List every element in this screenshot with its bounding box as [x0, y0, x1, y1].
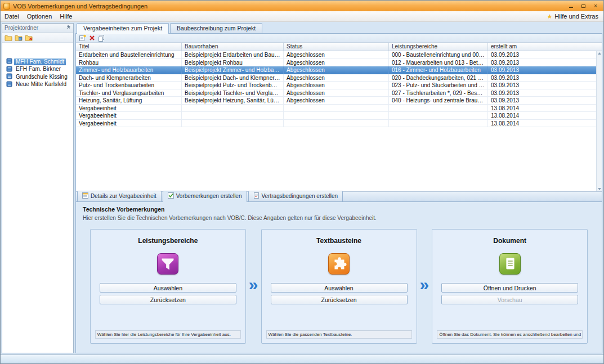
- card-footer-text: Wählen Sie hier die Leistungsbereiche fü…: [95, 330, 241, 339]
- cell-erstellt-am: 03.09.2013: [488, 82, 602, 89]
- document-icon: [499, 253, 521, 275]
- project-label: Neue Mitte Karlsfeld: [14, 81, 68, 88]
- table-row[interactable]: Heizung, Sanitär, Lüftung Beispielprojek…: [76, 97, 602, 105]
- cell-status: Abgeschlossen: [284, 97, 389, 105]
- card-dokument: Dokument Öffnen und Drucken Vorschau Öff…: [432, 229, 588, 344]
- star-icon: ★: [547, 13, 552, 20]
- cell-status: Abgeschlossen: [284, 89, 389, 97]
- tab-details-vergabeeinheit[interactable]: Details zur Vergabeeinheit: [77, 191, 162, 201]
- column-header-status[interactable]: Status: [284, 43, 389, 51]
- cell-status: Abgeschlossen: [284, 82, 389, 89]
- cell-titel: Vergabeeinheit: [76, 120, 182, 128]
- project-icon: [6, 66, 12, 73]
- auswaehlen-button[interactable]: Auswählen: [271, 283, 408, 293]
- table-row[interactable]: Putz- und Trockenbauarbeiten Beispielpro…: [76, 82, 602, 89]
- tab-label: Vertragsbedingungen erstellen: [262, 193, 338, 199]
- tree-item-project[interactable]: EFH Fam. Birkner: [2, 66, 73, 73]
- card-footer-text: Öffnen Sie das Dokument. Sie können es a…: [437, 330, 583, 339]
- table-row[interactable]: Erdarbeiten und Baustelleneinrichtung Be…: [76, 51, 602, 59]
- column-header-bauvorhaben[interactable]: Bauvorhaben: [182, 43, 284, 51]
- cell-leistungsbereiche: 000 - Baustelleneinrichtung und 002 - Er…: [389, 51, 488, 59]
- restore-button[interactable]: [578, 2, 588, 10]
- help-extras-button[interactable]: ★ Hilfe und Extras: [547, 13, 603, 20]
- cell-erstellt-am: 03.09.2013: [488, 59, 602, 67]
- status-bar: [1, 354, 603, 363]
- cell-status: [284, 112, 389, 120]
- cell-status: [284, 120, 389, 128]
- chevron-right-icon: »: [417, 276, 432, 296]
- oeffnen-und-drucken-button[interactable]: Öffnen und Drucken: [441, 283, 578, 293]
- scroll-up-icon[interactable]: [598, 52, 601, 55]
- tab-baubeschreibung[interactable]: Baubeschreibung zum Projekt: [170, 23, 262, 33]
- tree-item-project[interactable]: Neue Mitte Karlsfeld: [2, 81, 73, 88]
- puzzle-icon: [328, 253, 350, 275]
- zuruecksetzen-button[interactable]: Zurücksetzen: [271, 295, 408, 304]
- card-leistungsbereiche: Leistungsbereiche Auswählen Zurücksetzen…: [90, 229, 246, 344]
- card-title: Textbausteine: [316, 237, 361, 245]
- minimize-icon: [569, 7, 573, 8]
- workflow-cards: Leistungsbereiche Auswählen Zurücksetzen…: [83, 229, 595, 344]
- cell-bauvorhaben: Beispielprojekt Dach- und Klempnerarbeit…: [182, 74, 284, 82]
- cell-erstellt-am: 03.09.2013: [488, 97, 602, 105]
- cell-bauvorhaben: Beispielprojekt Heizung, Sanitär, Lüftun…: [182, 97, 284, 105]
- table-row[interactable]: Rohbau Beispielprojekt Rohbau Abgeschlos…: [76, 59, 602, 67]
- cell-titel: Rohbau: [76, 59, 182, 67]
- pin-icon[interactable]: [66, 25, 71, 31]
- detail-tab-bar: Details zur Vergabeeinheit Vorbemerkunge…: [76, 191, 602, 202]
- vertical-scrollbar[interactable]: [596, 51, 602, 191]
- card-title: Leistungsbereiche: [138, 237, 198, 245]
- tree-item-project[interactable]: MFH Fam. Schmidt: [2, 58, 73, 65]
- sidebar-title: Projektordner: [5, 25, 38, 31]
- table-row[interactable]: Vergabeeinheit 13.08.2014: [76, 120, 602, 128]
- menu-datei[interactable]: Datei: [1, 12, 23, 21]
- project-icon: [6, 81, 12, 88]
- cell-leistungsbereiche: 016 - Zimmer- und Holzbauarbeiten: [389, 66, 488, 74]
- edit-project-icon[interactable]: [15, 34, 23, 41]
- new-project-icon[interactable]: [5, 34, 12, 41]
- column-header-titel[interactable]: Titel: [76, 43, 182, 51]
- cell-erstellt-am: 03.09.2013: [488, 66, 602, 74]
- close-button[interactable]: ×: [590, 2, 601, 10]
- tab-vorbemerkungen-erstellen[interactable]: Vorbemerkungen erstellen: [163, 191, 247, 202]
- menu-optionen[interactable]: Optionen: [23, 12, 56, 21]
- cell-titel: Putz- und Trockenbauarbeiten: [76, 82, 182, 89]
- table-row[interactable]: Vergabeeinheit 13.08.2014: [76, 105, 602, 113]
- delete-project-icon[interactable]: [25, 34, 33, 41]
- zuruecksetzen-button[interactable]: Zurücksetzen: [100, 295, 236, 304]
- new-record-icon[interactable]: [79, 34, 86, 42]
- main-tab-page: Titel Bauvorhaben Status Leistungsbereic…: [75, 33, 602, 353]
- card-footer-text: Wählen Sie die passenden Textbausteine.: [266, 330, 412, 339]
- column-header-leistungsbereiche[interactable]: Leistungsbereiche: [389, 43, 488, 51]
- window-controls: ×: [566, 2, 601, 10]
- minimize-button[interactable]: [566, 2, 576, 10]
- table-row[interactable]: Tischler- und Verglasungsarbeiten Beispi…: [76, 89, 602, 97]
- table-row[interactable]: Vergabeeinheit 13.08.2014: [76, 112, 602, 120]
- project-label: EFH Fam. Birkner: [14, 66, 62, 73]
- cell-status: Abgeschlossen: [284, 66, 389, 74]
- delete-record-icon[interactable]: [89, 35, 95, 41]
- cell-leistungsbereiche: 012 - Mauerarbeiten und 013 - Betonarbei…: [389, 59, 488, 67]
- auswaehlen-button[interactable]: Auswählen: [100, 283, 236, 293]
- cell-leistungsbereiche: [389, 112, 488, 120]
- tree-item-project[interactable]: Grundschule Kissing: [2, 73, 73, 80]
- table-row-selected[interactable]: Zimmer- und Holzbauarbeiten Beispielproj…: [76, 66, 602, 74]
- cell-bauvorhaben: Beispielprojekt Rohbau: [182, 59, 284, 67]
- main-area: Vergabeeinheiten zum Projekt Baubeschrei…: [75, 23, 602, 353]
- cell-status: Abgeschlossen: [284, 51, 389, 59]
- cell-erstellt-am: 03.09.2013: [488, 51, 602, 59]
- menu-hilfe[interactable]: Hilfe: [56, 12, 76, 21]
- cell-erstellt-am: 13.08.2014: [488, 120, 602, 128]
- cell-titel: Zimmer- und Holzbauarbeiten: [76, 66, 182, 74]
- cell-titel: Heizung, Sanitär, Lüftung: [76, 97, 182, 105]
- cell-status: Abgeschlossen: [284, 74, 389, 82]
- copy-record-icon[interactable]: [98, 34, 105, 42]
- tab-vergabeeinheiten[interactable]: Vergabeeinheiten zum Projekt: [77, 23, 169, 34]
- details-icon: [82, 192, 88, 200]
- contract-icon: [253, 192, 260, 200]
- column-header-erstellt-am[interactable]: erstellt am: [488, 43, 602, 51]
- tab-vertragsbedingungen-erstellen[interactable]: Vertragsbedingungen erstellen: [248, 191, 343, 201]
- scroll-down-icon[interactable]: [598, 188, 601, 190]
- vorschau-button[interactable]: Vorschau: [441, 295, 578, 304]
- table-row[interactable]: Dach- und Klempnerarbeiten Beispielproje…: [76, 74, 602, 82]
- tab-label: Vorbemerkungen erstellen: [176, 193, 242, 199]
